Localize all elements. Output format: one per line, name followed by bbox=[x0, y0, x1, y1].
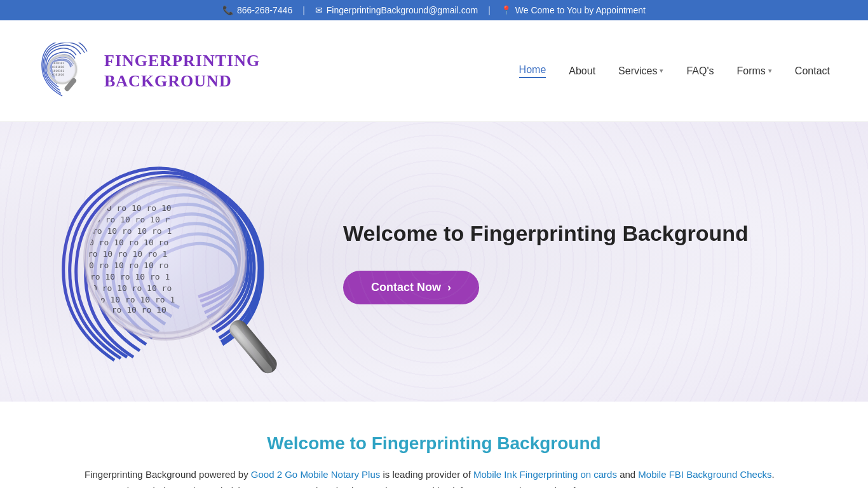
intro-text: Fingerprinting Background powered by bbox=[85, 469, 251, 480]
email-address: FingerprintingBackground@gmail.com bbox=[327, 5, 478, 15]
contact-now-button[interactable]: Contact Now › bbox=[343, 271, 479, 304]
contact-now-label: Contact Now bbox=[371, 281, 441, 294]
svg-text:ro 10 ro 10 ro 1: ro 10 ro 10 ro 1 bbox=[90, 272, 170, 281]
phone-icon: 📞 bbox=[222, 5, 233, 15]
svg-text:10 ro 10 ro 10: 10 ro 10 ro 10 bbox=[102, 203, 172, 213]
svg-text:1010101: 1010101 bbox=[52, 69, 64, 72]
svg-text:ro 10 ro 10 ro 1: ro 10 ro 10 ro 1 bbox=[95, 295, 175, 304]
logo-area: 1010101 0101010 1010101 0101010 Fingerpr… bbox=[38, 43, 260, 100]
link-mobile-ink[interactable]: Mobile Ink Fingerprinting on cards bbox=[473, 469, 617, 480]
below-hero-title: Welcome to Fingerprinting Background bbox=[64, 433, 804, 454]
logo-line2: Background bbox=[104, 71, 260, 91]
link-fbi-checks[interactable]: Mobile FBI Background Checks bbox=[638, 469, 771, 480]
middle2-text: and bbox=[617, 469, 638, 480]
location-icon: 📍 bbox=[501, 5, 512, 15]
forms-chevron: ▾ bbox=[768, 67, 772, 75]
hero-title: Welcome to Fingerprinting Background bbox=[343, 219, 749, 247]
svg-text:0 ro 10 ro 10 ro: 0 ro 10 ro 10 ro bbox=[89, 261, 168, 270]
phone-info: 📞 866-268-7446 bbox=[222, 5, 292, 15]
email-info: ✉ FingerprintingBackground@gmail.com bbox=[315, 5, 478, 15]
nav-about[interactable]: About bbox=[569, 65, 595, 77]
nav-services[interactable]: Services ▾ bbox=[618, 65, 663, 77]
below-hero-paragraph: Fingerprinting Background powered by Goo… bbox=[85, 466, 783, 488]
logo-image: 1010101 0101010 1010101 0101010 bbox=[38, 43, 95, 100]
services-chevron: ▾ bbox=[660, 67, 663, 75]
hero-image-wrap: 10 ro 10 ro 10 0 ro 10 ro 10 r ro 10 ro … bbox=[0, 122, 318, 402]
main-nav: Home About Services ▾ FAQ's Forms ▾ Cont… bbox=[519, 64, 830, 78]
nav-home[interactable]: Home bbox=[519, 64, 546, 78]
header: 1010101 0101010 1010101 0101010 Fingerpr… bbox=[0, 20, 868, 122]
svg-text:0 ro 10 ro 10 ro: 0 ro 10 ro 10 ro bbox=[89, 238, 168, 247]
hero-section: 10 ro 10 ro 10 0 ro 10 ro 10 r ro 10 ro … bbox=[0, 122, 868, 402]
nav-forms[interactable]: Forms ▾ bbox=[737, 65, 772, 77]
nav-faqs[interactable]: FAQ's bbox=[686, 65, 714, 77]
location-info: 📍 We Come to You by Appointment bbox=[501, 5, 646, 15]
contact-now-arrow: › bbox=[447, 281, 451, 294]
svg-text:0 ro 10 ro 10 r: 0 ro 10 ro 10 r bbox=[95, 215, 170, 224]
separator-2: | bbox=[488, 5, 491, 15]
middle1-text: is leading provider of bbox=[380, 469, 473, 480]
logo-text: Fingerprinting Background bbox=[104, 51, 260, 90]
svg-text:0 ro 10 ro 10 ro: 0 ro 10 ro 10 ro bbox=[92, 283, 172, 293]
separator-1: | bbox=[302, 5, 305, 15]
hero-content: Welcome to Fingerprinting Background Con… bbox=[318, 194, 868, 329]
svg-text:ro 10 ro 10 ro 1: ro 10 ro 10 ro 1 bbox=[88, 249, 167, 259]
email-icon: ✉ bbox=[315, 5, 323, 15]
svg-text:0101010: 0101010 bbox=[52, 65, 64, 69]
hero-illustration: 10 ro 10 ro 10 0 ro 10 ro 10 r ro 10 ro … bbox=[57, 141, 299, 383]
logo-line1: Fingerprinting bbox=[104, 51, 260, 71]
nav-contact[interactable]: Contact bbox=[795, 65, 830, 77]
svg-text:ro 10 ro 10 ro 1: ro 10 ro 10 ro 1 bbox=[92, 226, 172, 236]
svg-text:1010101: 1010101 bbox=[52, 62, 64, 65]
svg-text:0101010: 0101010 bbox=[52, 73, 64, 76]
location-text: We Come to You by Appointment bbox=[515, 5, 646, 15]
phone-number: 866-268-7446 bbox=[237, 5, 292, 15]
below-hero-section: Welcome to Fingerprinting Background Fin… bbox=[0, 402, 868, 488]
top-bar: 📞 866-268-7446 | ✉ FingerprintingBackgro… bbox=[0, 0, 868, 20]
link-good2go[interactable]: Good 2 Go Mobile Notary Plus bbox=[251, 469, 380, 480]
